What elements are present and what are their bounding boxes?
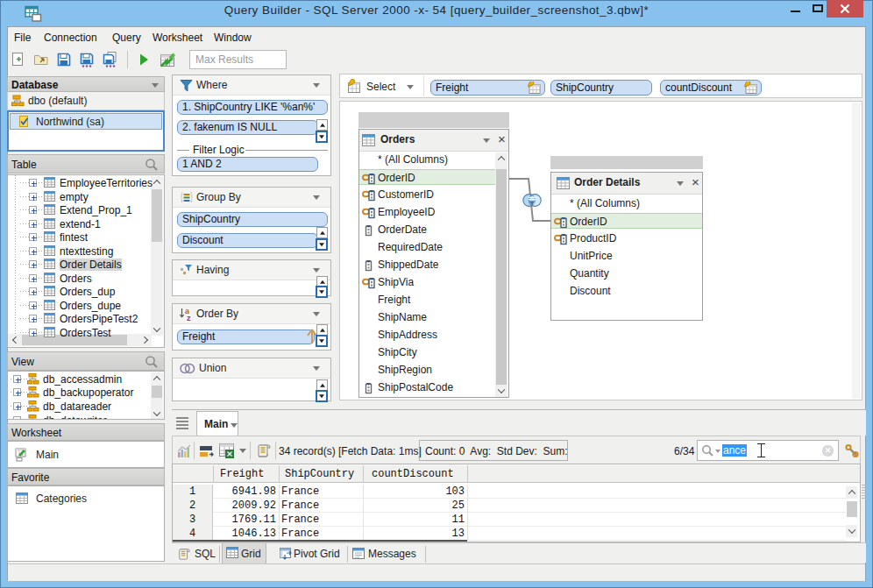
svg-text:z: z: [187, 314, 191, 322]
